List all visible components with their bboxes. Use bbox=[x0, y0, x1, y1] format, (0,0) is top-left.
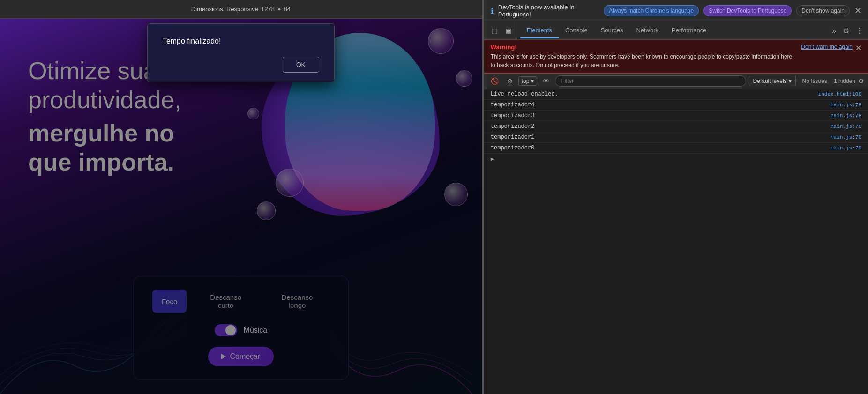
warning-dismiss-link[interactable]: Don't warn me again bbox=[801, 44, 853, 50]
page-content: Otimize sua produtividade, mergulhe no q… bbox=[0, 19, 482, 394]
match-language-button[interactable]: Always match Chrome's language bbox=[604, 5, 699, 16]
warning-actions: Don't warn me again ✕ bbox=[801, 44, 861, 52]
tab-console[interactable]: Console bbox=[559, 23, 594, 38]
console-msg-text-4: temporizador1 bbox=[491, 134, 535, 141]
warning-close-button[interactable]: ✕ bbox=[855, 44, 861, 52]
console-msg-text-1: temporizador4 bbox=[491, 102, 535, 108]
dimensions-display: Dimensions: Responsive 1278 × 84 bbox=[191, 6, 291, 13]
console-filter-input[interactable] bbox=[555, 75, 746, 87]
info-icon: ℹ bbox=[491, 7, 494, 15]
console-msg-link-4[interactable]: main.js:78 bbox=[831, 134, 861, 140]
tab-sources[interactable]: Sources bbox=[594, 23, 630, 38]
dialog-message: Tempo finalizado! bbox=[163, 37, 319, 45]
hidden-count-button[interactable]: 1 hidden bbox=[834, 78, 855, 84]
browser-topbar: Dimensions: Responsive 1278 × 84 bbox=[0, 0, 482, 19]
tab-elements[interactable]: Elements bbox=[520, 23, 559, 38]
levels-label: Default levels bbox=[753, 78, 787, 84]
console-eye-button[interactable]: 👁 bbox=[540, 76, 552, 86]
context-selector[interactable]: top ▾ bbox=[518, 76, 538, 86]
context-dropdown-icon: ▾ bbox=[531, 78, 534, 84]
devtools-panel-icons: ⬚ ▣ bbox=[486, 22, 517, 39]
devtools-more-options-button[interactable]: ⋮ bbox=[853, 24, 866, 37]
console-toolbar: 🚫 ⊘ top ▾ 👁 Default levels ▾ No Issues 1… bbox=[484, 74, 868, 89]
no-issues-button[interactable]: No Issues bbox=[799, 76, 831, 86]
security-warning-banner: Warning! This area is for use by develop… bbox=[484, 40, 868, 74]
dialog-ok-button[interactable]: OK bbox=[283, 57, 319, 73]
console-messages-area: Live reload enabled. index.html:108 temp… bbox=[484, 89, 868, 394]
notification-close-button[interactable]: ✕ bbox=[854, 6, 861, 16]
devtools-notification-text: DevTools is now available in Portuguese! bbox=[498, 4, 599, 18]
console-settings-toggle[interactable]: ⊘ bbox=[504, 76, 516, 86]
console-msg-text-3: temporizador2 bbox=[491, 123, 535, 130]
dialog-overlay: Tempo finalizado! OK bbox=[0, 19, 482, 394]
console-msg-temporizador0: temporizador0 main.js:78 bbox=[484, 143, 868, 154]
console-msg-temporizador1: temporizador1 main.js:78 bbox=[484, 132, 868, 143]
console-prompt-row[interactable]: ▶ bbox=[484, 154, 868, 164]
console-msg-temporizador4: temporizador4 main.js:78 bbox=[484, 100, 868, 111]
height-value: 84 bbox=[284, 6, 290, 13]
dialog-actions: OK bbox=[163, 57, 319, 73]
dont-show-again-button[interactable]: Don't show again bbox=[796, 5, 850, 16]
devtools-settings-button[interactable]: ⚙ bbox=[839, 24, 853, 37]
context-label: top bbox=[522, 78, 530, 84]
tab-performance[interactable]: Performance bbox=[665, 23, 713, 38]
width-value: 1278 bbox=[261, 6, 275, 13]
browser-viewport: Dimensions: Responsive 1278 × 84 bbox=[0, 0, 482, 394]
devtools-tabbar: ⬚ ▣ Elements Console Sources Network Per… bbox=[484, 22, 868, 40]
hero-section: Otimize sua produtividade, mergulhe no q… bbox=[0, 19, 482, 394]
tab-network[interactable]: Network bbox=[629, 23, 665, 38]
dialog-box: Tempo finalizado! OK bbox=[147, 23, 335, 82]
dimensions-separator: × bbox=[277, 6, 281, 13]
console-msg-link-2[interactable]: main.js:78 bbox=[831, 113, 861, 119]
devtools-notification-bar: ℹ DevTools is now available in Portugues… bbox=[484, 0, 868, 22]
console-msg-link-5[interactable]: main.js:78 bbox=[831, 145, 861, 151]
default-levels-button[interactable]: Default levels ▾ bbox=[749, 76, 796, 86]
console-msg-text-2: temporizador3 bbox=[491, 112, 535, 119]
devtools-more-tabs-button[interactable]: » bbox=[829, 25, 839, 37]
warning-text: This area is for use by developers only.… bbox=[491, 52, 797, 69]
levels-dropdown-icon: ▾ bbox=[789, 78, 792, 84]
warning-content: Warning! This area is for use by develop… bbox=[491, 44, 797, 69]
devtools-panel: ℹ DevTools is now available in Portugues… bbox=[484, 0, 868, 394]
console-msg-temporizador2: temporizador2 main.js:78 bbox=[484, 121, 868, 132]
console-prompt-arrow: ▶ bbox=[491, 156, 494, 163]
dimensions-label: Dimensions: Responsive bbox=[191, 6, 258, 13]
console-msg-live-reload: Live reload enabled. index.html:108 bbox=[484, 89, 868, 100]
console-msg-link-1[interactable]: main.js:78 bbox=[831, 102, 861, 108]
console-msg-link-0[interactable]: index.html:108 bbox=[818, 91, 861, 97]
console-msg-link-3[interactable]: main.js:78 bbox=[831, 124, 861, 129]
warning-title: Warning! bbox=[491, 44, 797, 51]
console-gear-button[interactable]: ⚙ bbox=[858, 77, 864, 85]
console-msg-text-0: Live reload enabled. bbox=[491, 91, 558, 97]
inspect-element-icon[interactable]: ⬚ bbox=[489, 26, 500, 36]
clear-console-button[interactable]: 🚫 bbox=[488, 76, 501, 86]
console-msg-text-5: temporizador0 bbox=[491, 145, 535, 151]
switch-portuguese-button[interactable]: Switch DevTools to Portuguese bbox=[703, 5, 792, 16]
device-toolbar-icon[interactable]: ▣ bbox=[503, 26, 514, 36]
console-msg-temporizador3: temporizador3 main.js:78 bbox=[484, 111, 868, 121]
